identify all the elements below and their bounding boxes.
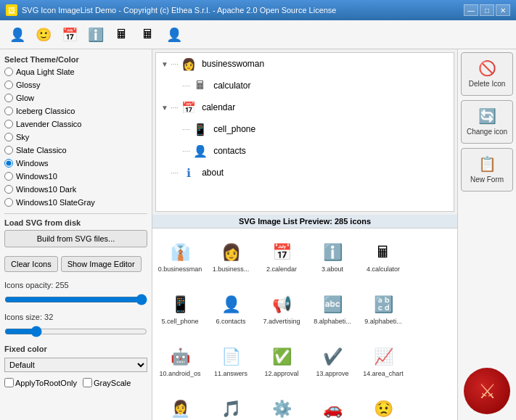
theme-glow-radio[interactable] xyxy=(4,94,13,102)
opacity-slider[interactable] xyxy=(4,294,147,305)
preview-item-1[interactable]: 👩1.business... xyxy=(206,231,255,282)
toolbar-icon-info[interactable]: ℹ️ xyxy=(84,23,107,46)
preview-item-2[interactable]: 📅2.calendar xyxy=(257,231,306,282)
theme-iceberg-label: Iceberg Classico xyxy=(16,107,75,115)
toolbar-icon-user[interactable]: 👤 xyxy=(163,23,186,46)
minimize-button[interactable]: — xyxy=(464,4,478,16)
theme-slate-radio[interactable] xyxy=(4,146,13,155)
theme-sky-label: Sky xyxy=(16,133,29,141)
new-form-icon: 📋 xyxy=(478,155,496,173)
center-panel: ▼ ···· 👩 businesswoman ···· 🖩 calculator… xyxy=(152,49,458,420)
build-svg-button[interactable]: Build from SVG files... xyxy=(4,230,147,247)
size-slider[interactable] xyxy=(4,326,147,337)
preview-item-6[interactable]: 👤6.contacts xyxy=(206,284,255,334)
delete-icon-button[interactable]: 🚫 Delete Icon xyxy=(461,52,513,96)
theme-aqua-radio[interactable] xyxy=(4,67,13,76)
toolbar-icon-calendar[interactable]: 📅 xyxy=(58,23,81,46)
title-bar-left: 🖼 SVG Icon ImageList Demo - Copyright (c… xyxy=(6,4,337,16)
preview-icon-11: 📄 xyxy=(219,345,242,368)
toolbar-icon-calc2[interactable]: 🖩 xyxy=(136,23,160,46)
close-button[interactable]: ✕ xyxy=(496,4,510,16)
theme-sky-radio[interactable] xyxy=(4,133,13,141)
fixed-color-label: Fixed color xyxy=(4,345,147,353)
preview-item-0[interactable]: 👔0.businessman xyxy=(155,231,205,282)
preview-icon-9: 🔡 xyxy=(372,293,395,316)
theme-win10slate[interactable]: Windows10 SlateGray xyxy=(4,197,147,207)
preview-item-16[interactable]: 🎵16.audio_file xyxy=(206,388,255,420)
preview-item-3[interactable]: ℹ️3.about xyxy=(308,231,357,282)
delete-icon-label: Delete Icon xyxy=(469,80,506,88)
preview-item-19[interactable]: 😟19.bad_de... xyxy=(359,388,408,420)
toolbar-icon-calc1[interactable]: 🖩 xyxy=(110,23,134,46)
grayscale-label[interactable]: GrayScale xyxy=(83,378,131,387)
contacts-icon: 👤 xyxy=(192,142,209,160)
preview-item-11[interactable]: 📄11.answers xyxy=(206,336,255,387)
theme-sky[interactable]: Sky xyxy=(4,132,147,142)
tree-label-businesswoman: businesswoman xyxy=(202,59,264,69)
preview-item-12[interactable]: ✅12.approval xyxy=(257,336,306,387)
preview-label-13: 13.approve xyxy=(316,370,348,378)
preview-item-15[interactable]: 👩‍💼15.assistant xyxy=(155,388,205,420)
preview-label-12: 12.approval xyxy=(264,370,298,378)
theme-win10-radio[interactable] xyxy=(4,172,13,181)
window-controls[interactable]: — □ ✕ xyxy=(464,4,510,16)
tree-item-businesswoman[interactable]: ▼ ···· 👩 businesswoman xyxy=(156,53,454,75)
preview-icon-14: 📈 xyxy=(372,345,395,368)
theme-lavender[interactable]: Lavender Classico xyxy=(4,119,147,129)
cellphone-icon: 📱 xyxy=(192,120,209,138)
tree-item-calendar[interactable]: ▼ ···· 📅 calendar xyxy=(156,96,454,118)
clear-icons-button[interactable]: Clear Icons xyxy=(4,256,58,272)
preview-item-5[interactable]: 📱5.cell_phone xyxy=(155,284,205,334)
fixed-color-select[interactable]: Default xyxy=(4,358,147,372)
tree-item-contacts[interactable]: ···· 👤 contacts xyxy=(156,140,454,162)
theme-win10[interactable]: Windows10 xyxy=(4,171,147,181)
tree-item-about[interactable]: ···· ℹ about xyxy=(156,162,454,184)
theme-lavender-radio[interactable] xyxy=(4,120,13,128)
preview-item-18[interactable]: 🚗18.automotive xyxy=(308,388,357,420)
preview-item-8[interactable]: 🔤8.alphabeti... xyxy=(308,284,357,334)
app-icon: 🖼 xyxy=(6,4,17,16)
theme-windows-radio[interactable] xyxy=(4,159,13,168)
theme-glow[interactable]: Glow xyxy=(4,93,147,103)
theme-glossy[interactable]: Glossy xyxy=(4,80,147,90)
apply-root-text: ApplyToRootOnly xyxy=(15,379,77,387)
checkbox-row: ApplyToRootOnly GrayScale xyxy=(4,378,147,387)
toolbar: 👤 🙂 📅 ℹ️ 🖩 🖩 👤 xyxy=(0,20,516,49)
theme-iceberg[interactable]: Iceberg Classico xyxy=(4,106,147,116)
preview-item-7[interactable]: 📢7.advertising xyxy=(257,284,306,334)
maximize-button[interactable]: □ xyxy=(480,4,494,16)
theme-slate[interactable]: Slate Classico xyxy=(4,145,147,155)
preview-item-17[interactable]: ⚙️17.automatic xyxy=(257,388,306,420)
tree-dots-2: ···· xyxy=(182,82,190,90)
apply-root-checkbox[interactable] xyxy=(4,378,14,387)
preview-item-10[interactable]: 🤖10.android_os xyxy=(155,336,205,387)
theme-win10slate-radio[interactable] xyxy=(4,198,13,207)
theme-windows[interactable]: Windows xyxy=(4,158,147,168)
title-bar: 🖼 SVG Icon ImageList Demo - Copyright (c… xyxy=(0,0,516,20)
theme-iceberg-radio[interactable] xyxy=(4,107,13,115)
expand-icon-calendar[interactable]: ▼ xyxy=(159,104,171,112)
toolbar-icon-face[interactable]: 🙂 xyxy=(32,23,55,46)
preview-item-4[interactable]: 🖩4.calculator xyxy=(359,231,408,282)
show-editor-button[interactable]: Show Image Editor xyxy=(61,256,142,272)
toolbar-icon-person[interactable]: 👤 xyxy=(6,23,29,46)
tree-item-cellphone[interactable]: ···· 📱 cell_phone xyxy=(156,118,454,140)
apply-root-label[interactable]: ApplyToRootOnly xyxy=(4,378,77,387)
preview-item-14[interactable]: 📈14.area_chart xyxy=(359,336,408,387)
theme-win10dark-radio[interactable] xyxy=(4,185,13,194)
preview-item-9[interactable]: 🔡9.alphabeti... xyxy=(359,284,408,334)
new-form-button[interactable]: 📋 New Form xyxy=(461,148,513,192)
preview-icon-13: ✔️ xyxy=(321,345,344,368)
preview-item-13[interactable]: ✔️13.approve xyxy=(308,336,357,387)
preview-icon-17: ⚙️ xyxy=(270,398,293,420)
theme-aqua[interactable]: Aqua Light Slate xyxy=(4,67,147,77)
change-icon: 🔄 xyxy=(478,107,496,125)
tree-item-calculator[interactable]: ···· 🖩 calculator xyxy=(156,75,454,96)
theme-glossy-radio[interactable] xyxy=(4,81,13,89)
change-icon-button[interactable]: 🔄 Change icon xyxy=(461,100,513,144)
tree-dots-6: ···· xyxy=(171,169,179,177)
preview-label-1: 1.business... xyxy=(213,265,250,273)
expand-icon-businesswoman[interactable]: ▼ xyxy=(159,60,171,68)
grayscale-checkbox[interactable] xyxy=(83,378,92,387)
theme-win10dark[interactable]: Windows10 Dark xyxy=(4,184,147,194)
